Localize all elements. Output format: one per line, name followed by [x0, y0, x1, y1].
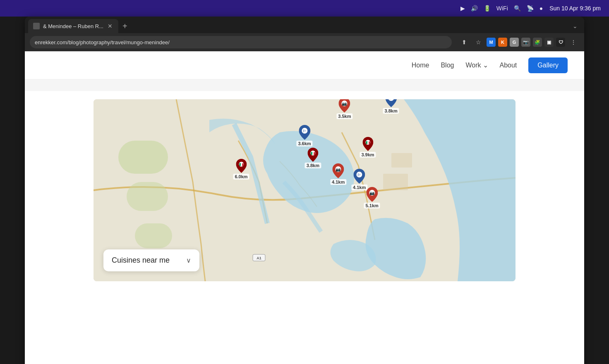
pin-1-label: 3.5km [336, 113, 352, 119]
ext-icon-4[interactable]: 📷 [521, 38, 530, 47]
ext-icon-2[interactable]: K [498, 38, 507, 47]
map-section: A1 [25, 91, 584, 298]
map-pin-6[interactable]: 🇮🇹 6.0km [233, 159, 249, 180]
pin-6-label: 6.0km [233, 174, 249, 180]
map-pin-5[interactable]: 🇮🇹 3.8km [305, 148, 321, 168]
nav-work-label: Work [465, 62, 481, 69]
cuisines-chevron-icon: ∨ [186, 256, 191, 264]
nav-work-chevron: ⌄ [483, 61, 488, 69]
play-icon: ▶ [460, 5, 465, 12]
nav-home[interactable]: Home [412, 62, 429, 69]
svg-text:🇮🇹: 🇮🇹 [239, 162, 244, 167]
system-time: Sun 10 Apr 9:36 pm [549, 5, 601, 12]
nav-work[interactable]: Work ⌄ [465, 61, 488, 69]
nav-about[interactable]: About [500, 62, 517, 69]
ext-icon-3[interactable]: G [510, 38, 519, 47]
share-button[interactable]: ⬆ [458, 36, 470, 48]
new-tab-button[interactable]: + [119, 19, 131, 33]
tab-close-button[interactable]: ✕ [107, 23, 113, 29]
pin-4-label: 3.9km [360, 152, 376, 158]
svg-text:📷: 📷 [369, 190, 375, 196]
svg-text:🏳: 🏳 [357, 173, 361, 177]
pin-2-label: 3.8km [383, 108, 399, 114]
pin-5-label: 3.8km [305, 163, 321, 168]
pin-8-label: 4.1km [330, 179, 346, 185]
browser-window: & Menindee – Ruben R... ✕ + ⌄ enrekker.c… [25, 17, 584, 364]
map-pin-3[interactable]: 🏳 3.6km [296, 125, 312, 146]
nav-blog[interactable]: Blog [441, 62, 454, 69]
url-text: enrekker.com/blog/photography/travel/mun… [35, 39, 170, 46]
wifi-icon: WiFi [496, 5, 508, 12]
pin-3-label: 3.6km [296, 141, 312, 146]
pin-9-label: 5.1km [364, 203, 380, 208]
tab-favicon [33, 23, 40, 29]
svg-text:📷: 📷 [336, 167, 341, 172]
url-bar[interactable]: enrekker.com/blog/photography/travel/mun… [30, 36, 452, 48]
map-pin-1[interactable]: 📷 3.5km [336, 99, 352, 119]
svg-text:📷: 📷 [342, 101, 348, 106]
svg-text:🏳: 🏳 [389, 99, 393, 101]
svg-text:🏳: 🏳 [302, 129, 306, 133]
chrome-icon: ● [539, 5, 543, 12]
ext-icon-5[interactable]: 🧩 [533, 38, 542, 47]
system-bar: ▶ 🔊 🔋 WiFi 🔍 📡 ● Sun 10 Apr 9:36 pm [0, 0, 609, 17]
battery-icon: 🔋 [484, 5, 491, 12]
map-pin-9[interactable]: 📷 5.1km [364, 187, 380, 208]
ext-icon-1[interactable]: M [487, 38, 496, 47]
tab-bar: & Menindee – Ruben R... ✕ + ⌄ [25, 17, 584, 33]
ext-icon-7[interactable]: 🛡 [556, 38, 565, 47]
svg-text:🇮🇹: 🇮🇹 [311, 151, 316, 156]
map-pin-2[interactable]: 🏳 3.8km [383, 99, 399, 114]
browser-actions: ⬆ ☆ M K G 📷 🧩 ▣ 🛡 ⋮ [458, 36, 579, 48]
volume-icon: 🔊 [471, 5, 478, 12]
navigation-bar: Home Blog Work ⌄ About Gallery [25, 51, 584, 79]
map-pin-4[interactable]: 🇮🇹 3.9km [360, 137, 376, 158]
map-container[interactable]: A1 [94, 99, 515, 281]
webpage-content: Home Blog Work ⌄ About Gallery [25, 51, 584, 364]
cast-icon: 📡 [527, 5, 534, 12]
search-icon: 🔍 [514, 5, 521, 12]
gallery-button[interactable]: Gallery [528, 57, 568, 73]
bookmark-button[interactable]: ☆ [472, 36, 484, 48]
system-icons: ▶ 🔊 🔋 WiFi 🔍 📡 ● [460, 5, 543, 12]
address-bar: enrekker.com/blog/photography/travel/mun… [25, 33, 584, 51]
sub-header-strip [25, 79, 584, 91]
more-button[interactable]: ⋮ [568, 36, 579, 48]
map-pin-8[interactable]: 📷 4.1km [330, 163, 346, 185]
svg-text:🇮🇹: 🇮🇹 [365, 140, 370, 145]
tab-dropdown-button[interactable]: ⌄ [569, 19, 581, 33]
cuisines-dropdown[interactable]: Cuisines near me ∨ [103, 249, 199, 271]
cuisines-label: Cuisines near me [112, 256, 170, 265]
tab-title: & Menindee – Ruben R... [43, 23, 103, 29]
ext-icon-6[interactable]: ▣ [544, 38, 554, 47]
active-tab[interactable]: & Menindee – Ruben R... ✕ [28, 19, 118, 33]
